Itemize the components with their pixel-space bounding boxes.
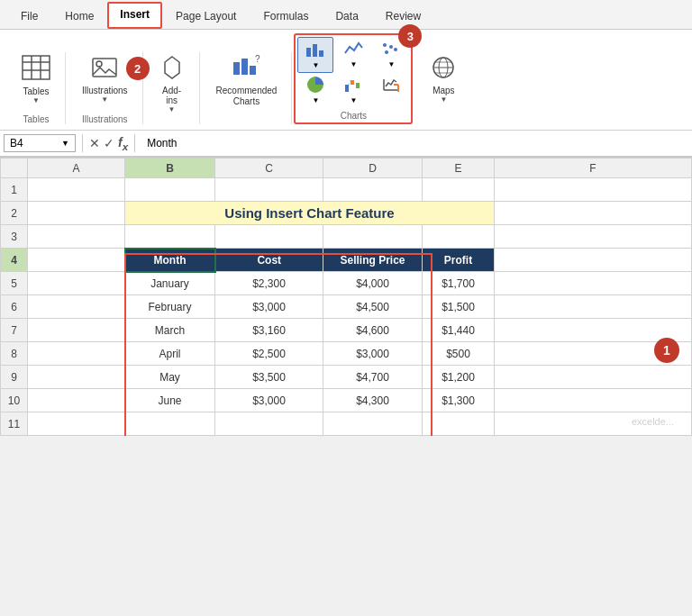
- tab-home[interactable]: Home: [51, 3, 107, 29]
- cell-b9-month[interactable]: May: [125, 366, 215, 389]
- cell-c9-cost[interactable]: $3,500: [215, 366, 323, 389]
- cell-a9[interactable]: [28, 366, 125, 389]
- cell-b5-month[interactable]: January: [125, 272, 215, 295]
- cell-e1[interactable]: [423, 178, 495, 202]
- cell-b3[interactable]: [125, 225, 215, 249]
- more-charts-button[interactable]: [373, 73, 409, 107]
- formula-confirm[interactable]: ✓: [104, 136, 114, 150]
- col-header-e[interactable]: E: [423, 159, 495, 178]
- tables-group-label: Tables: [23, 111, 50, 124]
- cell-c3[interactable]: [215, 225, 323, 249]
- cell-b7-month[interactable]: March: [125, 319, 215, 342]
- waterfall-chevron: ▼: [350, 96, 357, 104]
- row-header-10: 10: [1, 389, 28, 412]
- cell-c7-cost[interactable]: $3,160: [215, 319, 323, 342]
- cell-d6-selling[interactable]: $4,500: [323, 295, 423, 319]
- cell-a10[interactable]: [28, 389, 125, 412]
- cell-d9-selling[interactable]: $4,700: [323, 366, 423, 389]
- cell-a1[interactable]: [28, 178, 125, 202]
- cell-c5-cost[interactable]: $2,300: [215, 272, 323, 295]
- row-header-3: 3: [1, 225, 28, 249]
- table-row: 6 February $3,000 $4,500 $1,500: [1, 295, 692, 319]
- cell-e6-profit[interactable]: $1,500: [423, 295, 495, 319]
- cell-d8-selling[interactable]: $3,000: [323, 342, 423, 366]
- col-header-c[interactable]: C: [215, 159, 323, 178]
- cell-c11[interactable]: [215, 412, 323, 436]
- svg-rect-20: [351, 80, 354, 85]
- charts-group-label: Charts: [341, 107, 367, 121]
- formula-content[interactable]: Month: [141, 135, 688, 151]
- cell-d10-selling[interactable]: $4,300: [323, 389, 423, 412]
- cell-a5[interactable]: [28, 272, 125, 295]
- cell-c4-cost[interactable]: Cost: [215, 249, 323, 272]
- cell-d5-selling[interactable]: $4,000: [323, 272, 423, 295]
- pie-chart-button[interactable]: ▼: [297, 73, 333, 107]
- cell-c6-cost[interactable]: $3,000: [215, 295, 323, 319]
- cell-d3[interactable]: [323, 225, 423, 249]
- tab-file[interactable]: File: [7, 3, 51, 29]
- cell-a4[interactable]: [28, 249, 125, 272]
- cell-f1[interactable]: [495, 178, 692, 202]
- cell-f5[interactable]: [495, 272, 692, 295]
- row-header-9: 9: [1, 366, 28, 389]
- addins-button[interactable]: Add-ins ▼: [154, 52, 190, 116]
- cell-f2[interactable]: [495, 202, 692, 225]
- col-header-f[interactable]: F: [495, 159, 692, 178]
- cell-f6[interactable]: [495, 295, 692, 319]
- svg-point-16: [389, 45, 393, 49]
- cell-e11[interactable]: [423, 412, 495, 436]
- cell-d7-selling[interactable]: $4,600: [323, 319, 423, 342]
- col-header-a[interactable]: A: [28, 159, 125, 178]
- cell-a7[interactable]: [28, 319, 125, 342]
- svg-line-22: [349, 80, 351, 85]
- tab-formulas[interactable]: Formulas: [250, 3, 322, 29]
- waterfall-chart-button[interactable]: ▼: [335, 73, 371, 107]
- cell-e10-profit[interactable]: $1,300: [423, 389, 495, 412]
- cell-a3[interactable]: [28, 225, 125, 249]
- cell-b8-month[interactable]: April: [125, 342, 215, 366]
- cell-a11[interactable]: [28, 412, 125, 436]
- cell-f3[interactable]: [495, 225, 692, 249]
- cell-f9[interactable]: [495, 366, 692, 389]
- cell-b6-month[interactable]: February: [125, 295, 215, 319]
- cell-b11[interactable]: [125, 412, 215, 436]
- formula-cancel[interactable]: ✕: [89, 136, 100, 150]
- line-chart-button[interactable]: ▼: [335, 37, 371, 73]
- tables-button[interactable]: Tables ▼: [16, 52, 56, 107]
- recommended-charts-button[interactable]: ? RecommendedCharts: [211, 52, 283, 110]
- col-header-d[interactable]: D: [323, 159, 423, 178]
- cell-b4-month[interactable]: Month: [125, 249, 215, 272]
- cell-f10[interactable]: [495, 389, 692, 412]
- illustrations-button[interactable]: Illustrations ▼: [77, 52, 133, 106]
- cell-e5-profit[interactable]: $1,700: [423, 272, 495, 295]
- svg-point-6: [96, 61, 102, 67]
- cell-c10-cost[interactable]: $3,000: [215, 389, 323, 412]
- cell-d11[interactable]: [323, 412, 423, 436]
- cell-d4-selling[interactable]: Selling Price: [323, 249, 423, 272]
- tab-data[interactable]: Data: [322, 3, 371, 29]
- cell-e8-profit[interactable]: $500: [423, 342, 495, 366]
- cell-e4-profit[interactable]: Profit: [423, 249, 495, 272]
- maps-button[interactable]: Maps ▼: [423, 52, 463, 106]
- cell-c8-cost[interactable]: $2,500: [215, 342, 323, 366]
- cell-b10-month[interactable]: June: [125, 389, 215, 412]
- cell-e9-profit[interactable]: $1,200: [423, 366, 495, 389]
- cell-b1[interactable]: [125, 178, 215, 202]
- cell-f4[interactable]: [495, 249, 692, 272]
- col-header-b[interactable]: B: [125, 159, 215, 178]
- cell-b2-title[interactable]: Using Insert Chart Feature: [125, 202, 495, 225]
- cell-d1[interactable]: [323, 178, 423, 202]
- bar-chart-button[interactable]: ▼: [297, 37, 333, 73]
- cell-c1[interactable]: [215, 178, 323, 202]
- formula-fx[interactable]: fx: [118, 135, 128, 152]
- cell-e7-profit[interactable]: $1,440: [423, 319, 495, 342]
- name-box[interactable]: B4 ▼: [4, 134, 76, 152]
- cell-a2[interactable]: [28, 202, 125, 225]
- tab-pagelayout[interactable]: Page Layout: [162, 3, 250, 29]
- svg-rect-21: [356, 83, 360, 88]
- name-box-chevron[interactable]: ▼: [61, 139, 69, 148]
- cell-a8[interactable]: [28, 342, 125, 366]
- cell-a6[interactable]: [28, 295, 125, 319]
- cell-e3[interactable]: [423, 225, 495, 249]
- tab-insert[interactable]: Insert: [107, 2, 162, 29]
